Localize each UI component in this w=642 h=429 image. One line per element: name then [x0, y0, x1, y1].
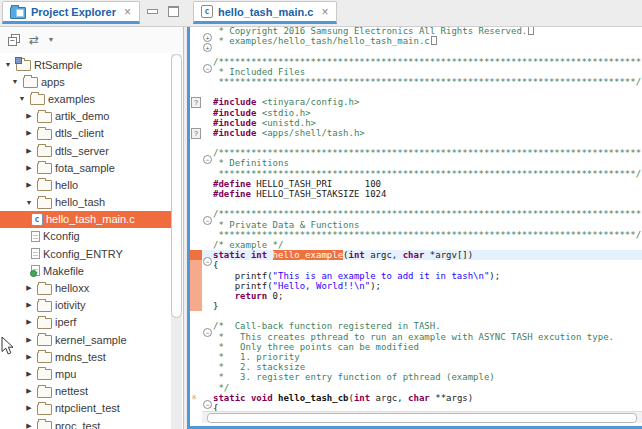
tree-item-kernel_sample[interactable]: ▶kernel_sample — [0, 331, 171, 348]
chevron-collapsed-icon[interactable]: ▶ — [24, 301, 34, 309]
chevron-collapsed-icon[interactable]: ▶ — [24, 147, 34, 155]
chevron-collapsed-icon[interactable]: ▶ — [24, 284, 34, 292]
tree-item-Kconfig_ENTRY[interactable]: Kconfig_ENTRY — [0, 245, 171, 262]
code-line: −/**************************************… — [190, 57, 642, 67]
tree-item-hello_tash[interactable]: ▼hello_tash — [0, 194, 171, 211]
fold-expand-icon[interactable]: + — [202, 36, 213, 46]
tree-item-mpu[interactable]: ▶mpu — [0, 365, 171, 382]
tree-item-label: iotivity — [55, 299, 86, 311]
chevron-expanded-icon[interactable]: ▼ — [10, 78, 20, 85]
folder-icon — [37, 180, 52, 191]
tree-item-label: mdns_test — [55, 351, 106, 363]
tree-scrollbar-track[interactable] — [171, 54, 182, 429]
chevron-expanded-icon[interactable]: ▼ — [17, 95, 27, 102]
project-explorer-icon — [10, 7, 26, 19]
tree-item-proc_test[interactable]: ▶proc_test — [0, 417, 171, 429]
marker-gutter — [190, 372, 202, 382]
chevron-collapsed-icon[interactable]: ▶ — [24, 336, 34, 344]
code-editor[interactable]: + * Copyright 2016 Samsung Electronics A… — [187, 26, 642, 429]
tree-item-dtls_server[interactable]: ▶dtls_server — [0, 142, 171, 159]
tree-item-label: dtls_server — [55, 145, 109, 157]
marker-gutter — [190, 108, 202, 118]
fold-gutter — [202, 77, 213, 87]
tab-hello-tash-main-c[interactable]: c hello_tash_main.c × — [193, 1, 337, 24]
fold-gutter — [202, 87, 213, 97]
fold-collapse-icon[interactable]: − — [202, 250, 213, 260]
fold-gutter — [202, 332, 213, 342]
close-icon[interactable]: × — [124, 7, 131, 17]
c-file-icon: c — [201, 5, 213, 18]
tree-item-hello_tash_main.c[interactable]: chello_tash_main.c — [0, 211, 171, 228]
fold-collapse-icon[interactable]: − — [202, 57, 213, 67]
fold-gutter — [202, 97, 213, 107]
fold-collapse-icon[interactable]: − — [202, 209, 213, 219]
chevron-collapsed-icon[interactable]: ▶ — [24, 129, 34, 137]
marker-gutter — [190, 138, 202, 148]
tree-item-iperf[interactable]: ▶iperf — [0, 314, 171, 331]
code-line: printf("Hello, World!!\n"); — [190, 281, 642, 291]
marker-gutter — [190, 383, 202, 393]
marker-gutter — [190, 403, 202, 413]
tree-item-dtls_client[interactable]: ▶dtls_client — [0, 125, 171, 142]
fold-gutter — [202, 230, 213, 240]
collapse-all-icon[interactable]: − — [8, 34, 19, 45]
fold-gutter — [202, 281, 213, 291]
tree-item-iotivity[interactable]: ▶iotivity — [0, 297, 171, 314]
tree-item-apps[interactable]: ▼apps — [0, 73, 171, 90]
chevron-collapsed-icon[interactable]: ▶ — [24, 370, 34, 378]
tree-item-ntpclient_test[interactable]: ▶ntpclient_test — [0, 400, 171, 417]
project-tree[interactable]: ▼RtSample▼apps▼examples▶artik_demo▶dtls_… — [0, 54, 171, 429]
code-line — [190, 46, 642, 56]
chevron-expanded-icon[interactable]: ▼ — [3, 61, 13, 68]
tree-item-mdns_test[interactable]: ▶mdns_test — [0, 348, 171, 365]
code-line: #include <stdio.h> — [190, 108, 642, 118]
chevron-collapsed-icon[interactable]: ▶ — [24, 387, 34, 395]
fold-expand-icon[interactable]: + — [202, 26, 213, 36]
link-with-editor-icon[interactable]: ⇄ — [29, 34, 39, 46]
tree-item-helloxx[interactable]: ▶helloxx — [0, 279, 171, 296]
horizontal-scrollbar-thumb[interactable] — [207, 413, 637, 423]
tree-item-Makefile[interactable]: Makefile — [0, 262, 171, 279]
makefile-icon — [31, 265, 40, 276]
view-menu-icon[interactable]: ▾ — [49, 34, 53, 46]
tree-scrollbar-thumb[interactable] — [171, 54, 182, 318]
minimize-button[interactable] — [146, 6, 159, 17]
tree-item-label: iperf — [55, 316, 76, 328]
tree-item-artik_demo[interactable]: ▶artik_demo — [0, 108, 171, 125]
code-line: printf("This is an example to add it in … — [190, 271, 642, 281]
cfile-icon: c — [31, 213, 43, 226]
tree-item-nettest[interactable]: ▶nettest — [0, 383, 171, 400]
maximize-button[interactable] — [167, 6, 180, 17]
chevron-collapsed-icon[interactable]: ▶ — [24, 404, 34, 412]
tab-label: hello_tash_main.c — [218, 6, 313, 18]
chevron-expanded-icon[interactable]: ▼ — [24, 199, 34, 206]
tree-item-label: mpu — [55, 368, 76, 380]
tree-item-RtSample[interactable]: ▼RtSample — [0, 56, 171, 73]
explorer-toolbar: − ⇄ ▾ — [0, 26, 183, 53]
fold-collapse-icon[interactable]: − — [202, 321, 213, 331]
horizontal-scrollbar-track[interactable] — [202, 411, 642, 423]
fold-gutter — [202, 301, 213, 311]
chevron-collapsed-icon[interactable]: ▶ — [24, 422, 34, 429]
fold-gutter — [202, 169, 213, 179]
project-explorer-panel: − ⇄ ▾ ▼RtSample▼apps▼examples▶artik_demo… — [0, 26, 184, 429]
close-icon[interactable]: × — [321, 7, 328, 17]
textfile-icon — [31, 248, 40, 259]
tree-item-hello[interactable]: ▶hello — [0, 176, 171, 193]
code-line — [190, 87, 642, 97]
tree-item-label: dtls_client — [55, 127, 104, 139]
tree-item-label: Kconfig — [43, 230, 80, 242]
maximize-icon — [168, 6, 179, 17]
tree-item-fota_sample[interactable]: ▶fota_sample — [0, 159, 171, 176]
chevron-collapsed-icon[interactable]: ▶ — [24, 353, 34, 361]
chevron-collapsed-icon[interactable]: ▶ — [24, 181, 34, 189]
tree-item-examples[interactable]: ▼examples — [0, 90, 171, 107]
fold-collapse-icon[interactable]: − — [202, 148, 213, 158]
chevron-collapsed-icon[interactable]: ▶ — [24, 112, 34, 120]
chevron-collapsed-icon[interactable]: ▶ — [24, 318, 34, 326]
code-area[interactable]: + * Copyright 2016 Samsung Electronics A… — [190, 26, 642, 423]
tree-item-Kconfig[interactable]: Kconfig — [0, 228, 171, 245]
fold-collapse-icon[interactable]: − — [202, 393, 213, 403]
chevron-collapsed-icon[interactable]: ▶ — [24, 164, 34, 172]
tab-project-explorer[interactable]: Project Explorer × — [2, 1, 140, 24]
